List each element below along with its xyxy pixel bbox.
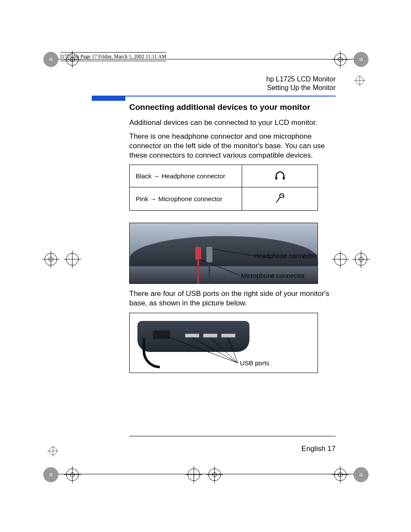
- table-cell-icon: [242, 187, 318, 211]
- callout-label: Headphone connector: [254, 252, 318, 259]
- callout-label: USB ports: [240, 359, 269, 367]
- header-rule: [92, 96, 336, 96]
- table-cell-label: Black → Headphone connector: [130, 165, 242, 187]
- paragraph: Additional devices can be connected to y…: [129, 118, 336, 128]
- crop-mark-icon: [185, 466, 202, 483]
- svg-rect-52: [283, 177, 284, 180]
- figure-usb-ports: USB ports: [129, 313, 318, 373]
- callout-label: Microphone connector: [241, 272, 305, 279]
- running-head-line2: Setting Up the Monitor: [266, 84, 336, 92]
- leader-lines: [130, 313, 318, 373]
- crop-mark-icon: [352, 466, 370, 483]
- connector-table: Black → Headphone connector Pink → Micro…: [129, 165, 318, 211]
- footer-rule: [129, 436, 336, 436]
- section-heading: Connecting additional devices to your mo…: [129, 103, 336, 112]
- crop-mark-icon: [42, 51, 59, 68]
- paragraph: There are four of USB ports on the right…: [129, 289, 336, 308]
- crop-mark-icon: [332, 466, 349, 483]
- crop-mark-icon: [352, 251, 370, 268]
- running-head-line1: hp L1725 LCD Monitor: [266, 75, 336, 84]
- frame-rule-bottom: [50, 474, 361, 474]
- content-column: Connecting additional devices to your mo…: [129, 103, 336, 378]
- table-cell-label: Pink → Microphone connector: [130, 187, 242, 211]
- svg-line-58: [210, 337, 238, 363]
- table-row: Pink → Microphone connector: [130, 187, 318, 211]
- page-footer: English 17: [302, 445, 336, 453]
- svg-point-1: [48, 57, 53, 62]
- headphone-icon: [274, 174, 286, 182]
- crop-mark-icon: [47, 445, 59, 457]
- table-row: Black → Headphone connector: [130, 165, 318, 187]
- crop-mark-icon: [206, 466, 223, 483]
- table-cell-icon: [242, 165, 318, 187]
- paragraph: There is one headphone connector and one…: [129, 132, 336, 160]
- svg-line-56: [168, 337, 238, 363]
- header-tab: [92, 96, 125, 101]
- crop-mark-icon: [42, 251, 59, 268]
- crop-mark-icon: [354, 75, 365, 86]
- svg-rect-51: [275, 177, 277, 180]
- figure-audio-connectors: Headphone connector Microphone connector: [129, 223, 318, 284]
- svg-line-54: [212, 249, 253, 256]
- framemaker-stamp: l1725.fm Page 17 Friday, March 1, 2002 1…: [60, 52, 166, 61]
- running-head: hp L1725 LCD Monitor Setting Up the Moni…: [266, 75, 336, 92]
- svg-line-59: [228, 337, 238, 363]
- svg-point-30: [48, 472, 53, 477]
- crop-mark-icon: [352, 51, 370, 68]
- svg-line-57: [192, 337, 238, 363]
- svg-point-47: [358, 472, 364, 477]
- crop-mark-icon: [332, 51, 349, 68]
- crop-mark-icon: [64, 466, 81, 483]
- svg-point-11: [358, 57, 364, 62]
- svg-line-55: [199, 259, 240, 276]
- crop-mark-icon: [42, 466, 59, 483]
- microphone-icon: [274, 198, 286, 205]
- crop-mark-icon: [64, 251, 81, 268]
